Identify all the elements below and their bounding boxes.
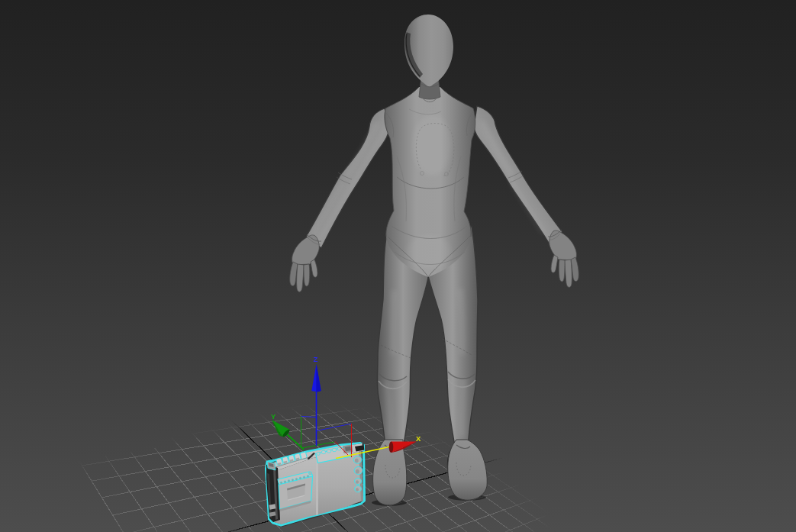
svg-text:X: X [416, 434, 421, 443]
svg-text:Y: Y [271, 412, 276, 421]
svg-text:Z: Z [314, 355, 318, 363]
